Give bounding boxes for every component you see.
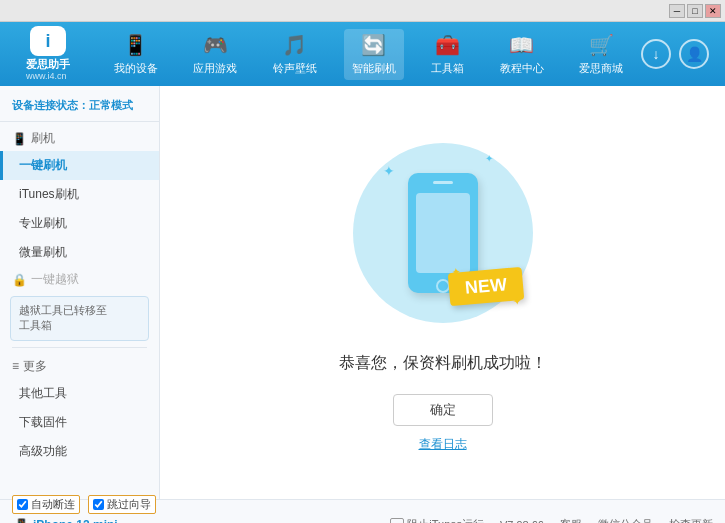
sidebar-item-download-firmware[interactable]: 下载固件 xyxy=(0,408,159,437)
wechat-public-link[interactable]: 微信公众号 xyxy=(598,517,653,523)
status-value: 正常模式 xyxy=(89,99,133,111)
bottom-right: ■ 阻止iTunes运行 V7.98.66 客服 微信公众号 检查更新 xyxy=(172,517,713,523)
sidebar: 设备连接状态：正常模式 📱 刷机 一键刷机 iTunes刷机 专业刷机 微量刷机… xyxy=(0,86,160,499)
nav-tutorial-label: 教程中心 xyxy=(500,61,544,76)
auto-disconnect-input[interactable] xyxy=(17,499,28,510)
minimize-button[interactable]: ─ xyxy=(669,4,685,18)
sidebar-item-other-tools[interactable]: 其他工具 xyxy=(0,379,159,408)
nav-apps-games[interactable]: 🎮 应用游戏 xyxy=(185,29,245,80)
toolbox-icon: 🧰 xyxy=(435,33,460,57)
pro-flash-label: 专业刷机 xyxy=(19,216,67,230)
status-label: 设备连接状态： xyxy=(12,99,89,111)
nav-toolbox[interactable]: 🧰 工具箱 xyxy=(423,29,472,80)
skip-wizard-label: 跳过向导 xyxy=(107,497,151,512)
stop-itunes: ■ 阻止iTunes运行 xyxy=(390,517,484,523)
new-badge: NEW xyxy=(447,266,524,305)
circle-background: ✦ ✦ ✦ NEW xyxy=(353,143,533,323)
device-name: 📱 iPhone 12 mini xyxy=(14,518,172,523)
ringtone-icon: 🎵 xyxy=(282,33,307,57)
flash-section-label: 刷机 xyxy=(31,130,55,147)
nav-tutorial[interactable]: 📖 教程中心 xyxy=(492,29,552,80)
nav-items: 📱 我的设备 🎮 应用游戏 🎵 铃声壁纸 🔄 智能刷机 🧰 工具箱 📖 教程中心… xyxy=(96,29,641,80)
success-message: 恭喜您，保资料刷机成功啦！ xyxy=(339,353,547,374)
advanced-label: 高级功能 xyxy=(19,444,67,458)
auto-disconnect-label: 自动断连 xyxy=(31,497,75,512)
maximize-button[interactable]: □ xyxy=(687,4,703,18)
logo-name: 爱思助手 xyxy=(26,58,70,71)
smart-flash-icon: 🔄 xyxy=(361,33,386,57)
sparkle-1: ✦ xyxy=(383,163,395,179)
mall-icon: 🛒 xyxy=(589,33,614,57)
sidebar-item-one-key-flash[interactable]: 一键刷机 xyxy=(0,151,159,180)
customer-service-link[interactable]: 客服 xyxy=(560,517,582,523)
user-button[interactable]: 👤 xyxy=(679,39,709,69)
nav-mall[interactable]: 🛒 爱思商城 xyxy=(571,29,631,80)
micro-flash-label: 微量刷机 xyxy=(19,245,67,259)
device-info: 📱 iPhone 12 mini 64GB Down-12mini-13,1 xyxy=(12,518,172,523)
logo-url: www.i4.cn xyxy=(26,71,70,82)
more-section-header: ≡ 更多 xyxy=(0,354,159,379)
main-layout: 设备连接状态：正常模式 📱 刷机 一键刷机 iTunes刷机 专业刷机 微量刷机… xyxy=(0,86,725,499)
navbar: i 爱思助手 www.i4.cn 📱 我的设备 🎮 应用游戏 🎵 铃声壁纸 🔄 … xyxy=(0,22,725,86)
sidebar-item-micro-flash[interactable]: 微量刷机 xyxy=(0,238,159,267)
phone-screen xyxy=(416,193,470,273)
divider-1 xyxy=(12,347,147,348)
nav-my-device-label: 我的设备 xyxy=(114,61,158,76)
skip-wizard-checkbox[interactable]: 跳过向导 xyxy=(88,495,156,514)
flash-section-header: 📱 刷机 xyxy=(0,126,159,151)
nav-mall-label: 爱思商城 xyxy=(579,61,623,76)
logo[interactable]: i 爱思助手 www.i4.cn xyxy=(8,26,88,82)
checkboxes: 自动断连 跳过向导 xyxy=(12,495,172,514)
bottom-bar: 自动断连 跳过向导 📱 iPhone 12 mini 64GB Down-12m… xyxy=(0,499,725,523)
download-firmware-label: 下载固件 xyxy=(19,415,67,429)
device-icon: 📱 xyxy=(14,518,29,523)
jailbreak-section-header: 🔒 一键越狱 xyxy=(0,267,159,292)
auto-disconnect-checkbox[interactable]: 自动断连 xyxy=(12,495,80,514)
sparkle-2: ✦ xyxy=(485,153,493,164)
apps-icon: 🎮 xyxy=(203,33,228,57)
jailbreak-notice-text: 越狱工具已转移至 工具箱 xyxy=(19,304,107,331)
jailbreak-section-label: 一键越狱 xyxy=(31,271,79,288)
jailbreak-notice: 越狱工具已转移至 工具箱 xyxy=(10,296,149,341)
stop-label: 阻止iTunes运行 xyxy=(407,517,484,523)
nav-right: ↓ 👤 xyxy=(641,39,717,69)
close-button[interactable]: ✕ xyxy=(705,4,721,18)
more-section-label: 更多 xyxy=(23,358,47,375)
nav-toolbox-label: 工具箱 xyxy=(431,61,464,76)
check-update-link[interactable]: 检查更新 xyxy=(669,517,713,523)
skip-wizard-input[interactable] xyxy=(93,499,104,510)
version-text: V7.98.66 xyxy=(500,519,544,524)
phone-illustration: ✦ ✦ ✦ NEW xyxy=(343,133,543,333)
titlebar: ─ □ ✕ xyxy=(0,0,725,22)
status-bar: 设备连接状态：正常模式 xyxy=(0,94,159,122)
nav-smart-flash[interactable]: 🔄 智能刷机 xyxy=(344,29,404,80)
device-name-text: iPhone 12 mini xyxy=(33,518,118,523)
nav-my-device[interactable]: 📱 我的设备 xyxy=(106,29,166,80)
my-device-icon: 📱 xyxy=(123,33,148,57)
stop-icon: ■ xyxy=(390,518,404,524)
lock-icon: 🔒 xyxy=(12,273,27,287)
itunes-flash-label: iTunes刷机 xyxy=(19,187,79,201)
nav-apps-label: 应用游戏 xyxy=(193,61,237,76)
sidebar-item-pro-flash[interactable]: 专业刷机 xyxy=(0,209,159,238)
logo-icon: i xyxy=(30,26,66,56)
download-button[interactable]: ↓ xyxy=(641,39,671,69)
content-area: ✦ ✦ ✦ NEW 恭喜您，保资料刷机成功啦！ 确定 查看日志 xyxy=(160,86,725,499)
tutorial-icon: 📖 xyxy=(509,33,534,57)
sidebar-item-itunes-flash[interactable]: iTunes刷机 xyxy=(0,180,159,209)
more-icon: ≡ xyxy=(12,359,19,373)
flash-section-icon: 📱 xyxy=(12,132,27,146)
nav-ringtone[interactable]: 🎵 铃声壁纸 xyxy=(265,29,325,80)
bottom-left: 自动断连 跳过向导 📱 iPhone 12 mini 64GB Down-12m… xyxy=(12,495,172,523)
nav-smart-flash-label: 智能刷机 xyxy=(352,61,396,76)
one-key-flash-label: 一键刷机 xyxy=(19,158,67,172)
confirm-button[interactable]: 确定 xyxy=(393,394,493,426)
sidebar-item-advanced[interactable]: 高级功能 xyxy=(0,437,159,466)
other-tools-label: 其他工具 xyxy=(19,386,67,400)
secondary-link[interactable]: 查看日志 xyxy=(419,436,467,453)
nav-ringtone-label: 铃声壁纸 xyxy=(273,61,317,76)
